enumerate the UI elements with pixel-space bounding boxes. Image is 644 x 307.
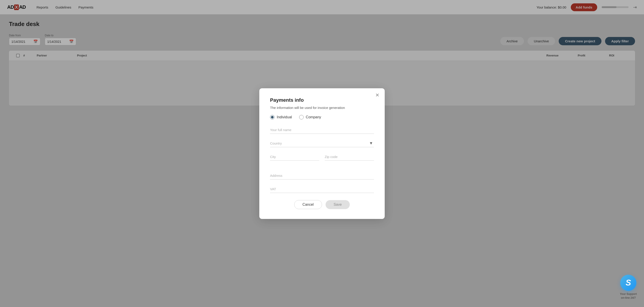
address-field[interactable]	[270, 171, 374, 179]
support-icon-letter: S	[626, 278, 631, 287]
zip-field[interactable]	[325, 153, 374, 161]
modal-overlay[interactable]: ✕ Payments info The information will be …	[0, 0, 644, 307]
zip-input[interactable]	[325, 153, 374, 161]
country-select[interactable]: Country	[270, 139, 374, 147]
support-widget[interactable]: S Your Support on-line 24/7	[620, 275, 637, 300]
modal-actions: Cancel Save	[270, 200, 374, 209]
support-icon[interactable]: S	[620, 275, 636, 291]
radio-individual-input[interactable]	[270, 115, 274, 119]
vat-field[interactable]	[270, 185, 374, 193]
radio-company-label: Company	[306, 115, 321, 119]
full-name-input[interactable]	[270, 126, 374, 134]
support-line1: Your Support	[620, 292, 637, 295]
cancel-button[interactable]: Cancel	[294, 200, 322, 209]
radio-individual[interactable]: Individual	[270, 115, 292, 119]
address-input[interactable]	[270, 171, 374, 179]
radio-individual-label: Individual	[277, 115, 292, 119]
modal-subtitle: The information will be used for invoice…	[270, 106, 374, 110]
country-field[interactable]: Country ▼	[270, 139, 374, 147]
modal-title: Payments info	[270, 97, 374, 103]
radio-company[interactable]: Company	[299, 115, 321, 119]
city-zip-row	[270, 153, 374, 166]
support-text: Your Support on-line 24/7	[620, 292, 637, 300]
payments-info-modal: ✕ Payments info The information will be …	[259, 88, 385, 219]
modal-close-button[interactable]: ✕	[375, 93, 379, 98]
full-name-field[interactable]	[270, 126, 374, 134]
support-line2: on-line 24/7	[621, 296, 636, 299]
city-input[interactable]	[270, 153, 319, 161]
radio-company-input[interactable]	[299, 115, 304, 119]
vat-input[interactable]	[270, 185, 374, 193]
city-field[interactable]	[270, 153, 319, 161]
save-button[interactable]: Save	[326, 200, 350, 209]
payment-type-radio-group: Individual Company	[270, 115, 374, 119]
